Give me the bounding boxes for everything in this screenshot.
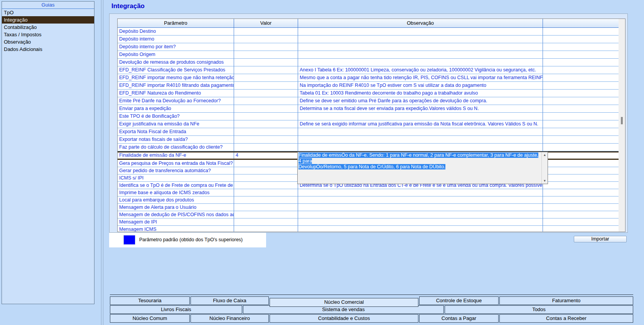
obs-cell[interactable] <box>298 226 543 232</box>
extra-cell[interactable] <box>543 182 619 189</box>
obs-cell[interactable] <box>298 43 543 51</box>
splitter-line[interactable] <box>101 0 101 325</box>
valor-cell[interactable] <box>234 174 298 182</box>
extra-cell[interactable] <box>543 120 619 128</box>
param-cell[interactable]: Local para embarque dos produtos <box>118 196 234 204</box>
obs-cell[interactable]: Mesmo que a conta a pagar não tenha tido… <box>298 74 543 82</box>
param-cell[interactable]: Mensagem de IPI <box>118 218 234 226</box>
valor-cell[interactable] <box>234 113 298 120</box>
sidebar-item-contabilizacao[interactable]: Contabilização <box>2 24 94 31</box>
sidebar-item-integracao[interactable]: Integração <box>2 16 94 24</box>
extra-cell[interactable] <box>543 36 619 43</box>
table-row[interactable]: Enviar para a expediçãoDetermina se a no… <box>118 105 625 113</box>
tab-contas-a-receber[interactable]: Contas a Receber <box>499 314 633 323</box>
table-row[interactable]: Local para embarque dos produtos <box>118 196 625 204</box>
param-cell[interactable]: Mensagem ICMS <box>118 226 234 232</box>
tab-nucleo-financeiro[interactable]: Núcleo Financeiro <box>191 314 269 323</box>
valor-cell[interactable] <box>234 74 298 82</box>
valor-cell[interactable] <box>234 82 298 90</box>
obs-cell[interactable] <box>298 204 543 211</box>
param-cell[interactable]: Enviar para a expedição <box>118 105 234 113</box>
tab-nucleo-comercial[interactable]: Núcleo Comercial <box>270 298 418 307</box>
valor-cell[interactable] <box>234 136 298 144</box>
obs-cell[interactable] <box>298 59 543 66</box>
param-cell[interactable]: Depósito interno <box>118 36 234 43</box>
obs-cell[interactable]: Anexo I Tabela 6 Ex: 100000001 Limpeza, … <box>298 66 543 74</box>
table-row[interactable]: Emite Pré Danfe na Devolução ao Forneced… <box>118 97 625 105</box>
extra-cell[interactable] <box>543 136 619 144</box>
extra-cell[interactable] <box>543 59 619 66</box>
valor-cell[interactable] <box>234 218 298 226</box>
param-cell[interactable]: Exporta Nota Fiscal de Entrada <box>118 128 234 136</box>
splitter-line[interactable] <box>103 0 103 325</box>
valor-cell[interactable] <box>234 43 298 51</box>
extra-cell[interactable] <box>543 189 619 196</box>
extra-cell[interactable] <box>543 113 619 120</box>
obs-cell[interactable] <box>298 128 543 136</box>
extra-cell[interactable] <box>543 97 619 105</box>
extra-cell[interactable] <box>543 66 619 74</box>
table-row[interactable]: Imprime base e alíquota de ICMS zerados <box>118 189 625 196</box>
param-cell[interactable]: ICMS s/ IPI <box>118 174 234 182</box>
extra-cell[interactable] <box>543 74 619 82</box>
sidebar-item-taxas-impostos[interactable]: Taxas / Impostos <box>2 31 94 38</box>
sidebar-item-tpo[interactable]: TpO <box>2 9 94 16</box>
valor-cell[interactable] <box>234 196 298 204</box>
column-header-parametro[interactable]: Parâmetro <box>118 19 234 27</box>
table-row[interactable]: Depósito interno <box>118 36 625 43</box>
valor-cell[interactable] <box>234 120 298 128</box>
table-row[interactable]: Exporta Nota Fiscal de Entrada <box>118 128 625 136</box>
column-header-observacao[interactable]: Observação <box>298 19 543 27</box>
param-cell[interactable]: Depósito Destino <box>118 28 234 36</box>
valor-cell[interactable] <box>234 51 298 59</box>
valor-cell[interactable] <box>234 167 298 174</box>
obs-cell[interactable] <box>298 28 543 36</box>
extra-cell[interactable] <box>543 43 619 51</box>
param-cell[interactable]: EFD_REINF importar R4010 filtrando data … <box>118 82 234 90</box>
extra-cell[interactable] <box>543 82 619 90</box>
extra-cell[interactable] <box>543 160 619 167</box>
observation-editor[interactable]: Finalidade de emissÒo da NF-e. Sendo: 1 … <box>297 152 548 184</box>
obs-cell[interactable]: Determina se a nota fiscal deve ser envi… <box>298 105 543 113</box>
extra-cell[interactable] <box>543 28 619 36</box>
valor-cell[interactable] <box>234 182 298 189</box>
extra-cell[interactable] <box>543 174 619 182</box>
param-cell[interactable]: EFD_REINF importar mesmo que não tenha r… <box>118 74 234 82</box>
tab-contabilidade-e-custos[interactable]: Contabilidade e Custos <box>270 314 418 323</box>
param-cell[interactable]: Emite Pré Danfe na Devolução ao Forneced… <box>118 97 234 105</box>
obs-cell[interactable] <box>298 136 543 144</box>
obs-cell[interactable] <box>298 144 543 151</box>
tab-faturamento[interactable]: Faturamento <box>499 296 633 305</box>
param-cell[interactable]: Depósito interno por item? <box>118 43 234 51</box>
valor-cell[interactable] <box>234 36 298 43</box>
tab-contas-a-pagar[interactable]: Contas a Pagar <box>419 314 499 323</box>
valor-cell[interactable] <box>234 144 298 151</box>
extra-cell[interactable] <box>543 204 619 211</box>
extra-cell[interactable] <box>543 196 619 204</box>
extra-cell[interactable] <box>543 51 619 59</box>
obs-cell[interactable] <box>298 51 543 59</box>
param-cell[interactable]: Gera pesquisa de Preços na entrada da No… <box>118 160 234 167</box>
valor-cell[interactable] <box>234 28 298 36</box>
param-cell[interactable]: Exigir justificativa na emissão da NFe <box>118 120 234 128</box>
table-row[interactable]: Depósito interno por item? <box>118 43 625 51</box>
param-cell[interactable]: Mensagem de dedução de PIS/COFINS nos da… <box>118 211 234 218</box>
valor-cell[interactable] <box>234 97 298 105</box>
sidebar-item-dados-adicionais[interactable]: Dados Adicionais <box>2 46 94 53</box>
obs-cell[interactable]: Tabela 01 Ex: 10003 Rendimento decorrent… <box>298 90 543 97</box>
extra-cell[interactable] <box>543 211 619 218</box>
param-cell[interactable]: Depósito Origem <box>118 51 234 59</box>
obs-cell[interactable] <box>298 36 543 43</box>
param-cell[interactable]: Faz parte do cálculo de classificação do… <box>118 144 234 151</box>
vertical-scrollbar[interactable] <box>619 19 625 232</box>
param-cell[interactable]: Devolução de remessa de produtos consign… <box>118 59 234 66</box>
valor-cell[interactable] <box>234 128 298 136</box>
obs-cell[interactable]: Na importação do REINF R4010 se TpO esti… <box>298 82 543 90</box>
valor-cell[interactable] <box>234 204 298 211</box>
param-cell[interactable]: EFD_REINF Classificação de Serviços Pres… <box>118 66 234 74</box>
valor-cell[interactable] <box>234 160 298 167</box>
table-row[interactable]: Mensagem de IPI <box>118 218 625 226</box>
param-cell[interactable]: Mensagem de Alerta para o Usuário <box>118 204 234 211</box>
valor-cell[interactable] <box>234 66 298 74</box>
table-row[interactable]: Mensagem ICMS <box>118 226 625 232</box>
